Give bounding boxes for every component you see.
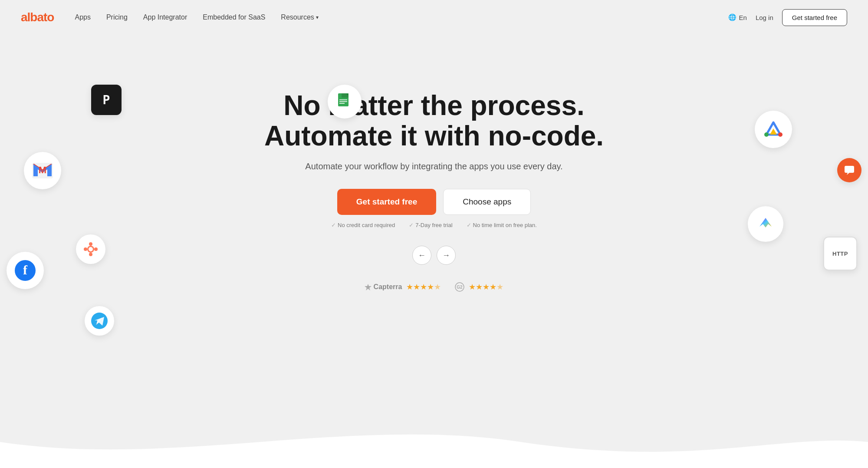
ratings-section: Capterra ★★★★★ G2 ★★★★★ — [365, 282, 504, 292]
svg-rect-14 — [339, 103, 345, 104]
http-icon: HTTP — [823, 237, 857, 270]
logo[interactable]: albato — [21, 10, 54, 24]
nav-pricing[interactable]: Pricing — [106, 13, 128, 21]
svg-text:f: f — [23, 263, 28, 277]
svg-point-6 — [89, 247, 93, 251]
check-icon-1: ✓ — [331, 222, 336, 228]
get-started-primary-button[interactable]: Get started free — [337, 189, 436, 215]
hero-buttons: Get started free Choose apps — [337, 189, 531, 215]
capterra-stars: ★★★★★ — [406, 282, 441, 292]
google-sheets-icon — [328, 85, 362, 119]
svg-text:G2: G2 — [457, 285, 463, 290]
svg-point-5 — [94, 247, 98, 251]
svg-rect-11 — [342, 93, 349, 98]
svg-rect-12 — [339, 99, 347, 100]
capterra-rating: Capterra ★★★★★ — [365, 282, 441, 292]
clickup-icon — [748, 206, 783, 242]
pixel-icon: P — [91, 85, 122, 115]
svg-rect-13 — [339, 101, 347, 102]
svg-point-19 — [778, 132, 783, 137]
svg-rect-20 — [845, 166, 854, 173]
navbar: albato Apps Pricing App Integrator Embed… — [0, 0, 868, 35]
nav-apps[interactable]: Apps — [75, 13, 90, 21]
carousel-next-button[interactable]: → — [437, 246, 456, 265]
gmail-icon: M — [24, 152, 61, 189]
nav-app-integrator[interactable]: App Integrator — [143, 13, 187, 21]
nav-links: Apps Pricing App Integrator Embedded for… — [75, 13, 728, 21]
capterra-label: Capterra — [374, 283, 402, 291]
login-button[interactable]: Log in — [756, 14, 773, 21]
carousel-prev-button[interactable]: ← — [412, 246, 431, 265]
svg-marker-17 — [770, 129, 777, 135]
nav-resources[interactable]: Resources ▾ — [281, 13, 318, 21]
bottom-wave — [0, 416, 868, 468]
check-icon-2: ✓ — [409, 222, 414, 228]
svg-point-18 — [764, 132, 769, 137]
note-no-credit-card: ✓ No credit card required — [331, 222, 395, 228]
language-selector[interactable]: 🌐 En — [728, 13, 747, 21]
nav-right: 🌐 En Log in Get started free — [728, 9, 847, 26]
button-notes: ✓ No credit card required ✓ 7-Day free t… — [331, 222, 537, 228]
note-no-time-limit: ✓ No time limit on free plan. — [467, 222, 537, 228]
facebook-icon: f — [7, 252, 44, 289]
telegram-icon — [85, 306, 114, 336]
hero-headline: No matter the process. Automate it with … — [264, 90, 604, 152]
hero-subtext: Automate your workflow by integrating th… — [305, 161, 562, 171]
get-started-nav-button[interactable]: Get started free — [782, 9, 847, 26]
hubspot-icon — [76, 234, 105, 264]
svg-point-2 — [89, 242, 92, 246]
chat-bubble-icon[interactable] — [837, 158, 861, 182]
chevron-down-icon: ▾ — [316, 14, 319, 20]
g2-rating: G2 ★★★★★ — [455, 282, 503, 292]
nav-embedded[interactable]: Embedded for SaaS — [203, 13, 265, 21]
svg-marker-21 — [365, 284, 372, 290]
note-free-trial: ✓ 7-Day free trial — [409, 222, 452, 228]
check-icon-3: ✓ — [467, 222, 471, 228]
g2-stars: ★★★★★ — [469, 282, 503, 292]
svg-point-4 — [84, 247, 87, 251]
svg-point-3 — [89, 253, 92, 256]
globe-icon: 🌐 — [728, 13, 736, 21]
svg-text:M: M — [39, 165, 46, 175]
choose-apps-button[interactable]: Choose apps — [443, 189, 531, 215]
hero-section: P M f — [0, 35, 868, 339]
carousel-controls: ← → — [412, 246, 456, 265]
google-ads-icon — [755, 111, 792, 148]
